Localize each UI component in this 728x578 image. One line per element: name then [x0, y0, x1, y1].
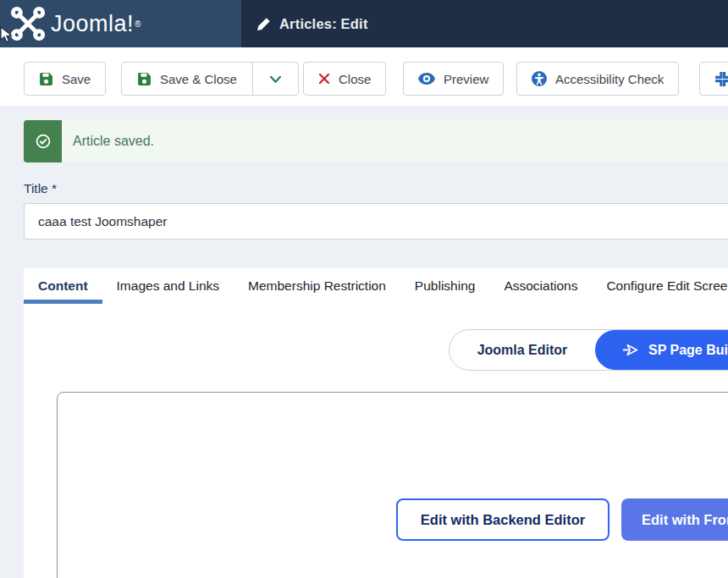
builder-content-box: Edit with Backend Editor Edit with Front…	[57, 392, 728, 578]
app-header: Joomla!® Articles: Edit	[0, 0, 728, 47]
preview-button[interactable]: Preview	[403, 62, 504, 96]
header-title-area: Articles: Edit	[241, 0, 728, 47]
eye-icon	[418, 73, 435, 85]
accessibility-icon	[532, 71, 547, 86]
tab-membership-restriction[interactable]: Membership Restriction	[234, 268, 400, 304]
success-alert: Article saved.	[24, 120, 728, 162]
edit-backend-editor-button[interactable]: Edit with Backend Editor	[396, 498, 609, 541]
pencil-icon	[256, 17, 271, 31]
save-icon	[137, 72, 152, 86]
joomla-logo-icon	[10, 6, 46, 41]
joomla-admin-screen: Joomla!® Articles: Edit Save	[0, 0, 728, 578]
alert-message: Article saved.	[62, 120, 728, 162]
tab-publishing[interactable]: Publishing	[400, 268, 490, 304]
save-close-split-button: Save & Close	[121, 62, 299, 96]
check-circle-icon	[35, 133, 52, 150]
brand-area[interactable]: Joomla!®	[0, 0, 241, 47]
tab-content[interactable]: Content	[24, 268, 102, 304]
tab-associations[interactable]: Associations	[489, 268, 592, 304]
close-button[interactable]: Close	[303, 62, 386, 96]
toolbar: Save Save & Close	[0, 47, 728, 106]
preview-label: Preview	[444, 72, 488, 86]
tab-images-and-links[interactable]: Images and Links	[102, 268, 234, 304]
alert-icon-block	[24, 120, 62, 162]
mouse-cursor	[0, 26, 14, 45]
fullscreen-toggle-button[interactable]	[699, 62, 728, 96]
title-input[interactable]	[24, 203, 728, 239]
accessibility-label: Accessibility Check	[555, 72, 664, 86]
joomla-editor-option[interactable]: Joomla Editor	[449, 330, 595, 370]
save-icon	[39, 72, 53, 86]
brand-registered-mark: ®	[135, 19, 141, 29]
brand-wordmark: Joomla!	[51, 11, 134, 37]
save-options-dropdown-button[interactable]	[252, 63, 298, 95]
edit-frontend-editor-button[interactable]: Edit with Frontend Editor	[621, 498, 728, 541]
accessibility-check-button[interactable]: Accessibility Check	[516, 62, 679, 96]
save-button[interactable]: Save	[24, 62, 106, 96]
chevron-down-icon	[269, 74, 282, 84]
save-close-button[interactable]: Save & Close	[122, 63, 252, 95]
close-x-icon	[318, 73, 330, 85]
page-title: Articles: Edit	[279, 16, 368, 32]
save-close-label: Save & Close	[160, 72, 237, 86]
tab-configure-edit-screen[interactable]: Configure Edit Screen	[592, 268, 728, 304]
close-label: Close	[339, 72, 371, 86]
tab-bar: Content Images and Links Membership Rest…	[24, 268, 728, 304]
save-label: Save	[62, 72, 91, 86]
title-label: Title *	[24, 181, 57, 196]
sp-pagebuilder-option[interactable]: SP Page Builder	[595, 330, 728, 370]
sp-pagebuilder-label: SP Page Builder	[648, 343, 728, 358]
compress-icon	[714, 71, 728, 87]
editor-toggle: Joomla Editor SP Page Builder	[449, 329, 728, 371]
sp-pagebuilder-icon	[622, 341, 640, 359]
